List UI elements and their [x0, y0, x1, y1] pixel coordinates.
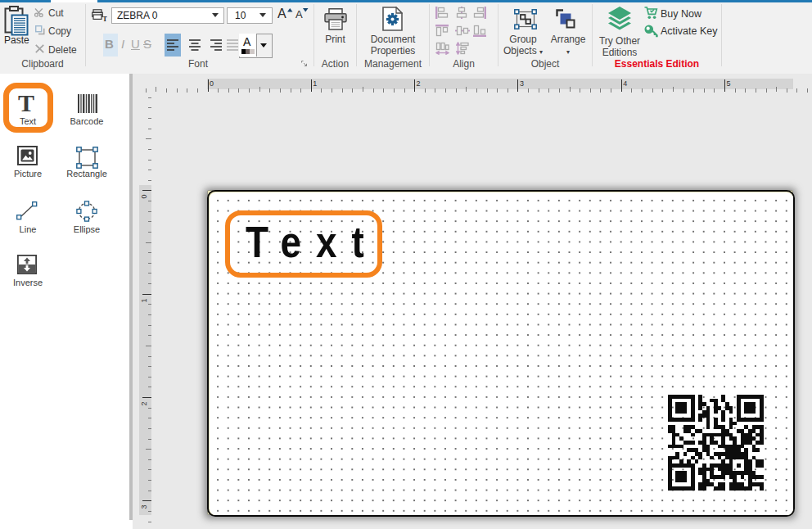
svg-text:T: T	[103, 16, 108, 22]
